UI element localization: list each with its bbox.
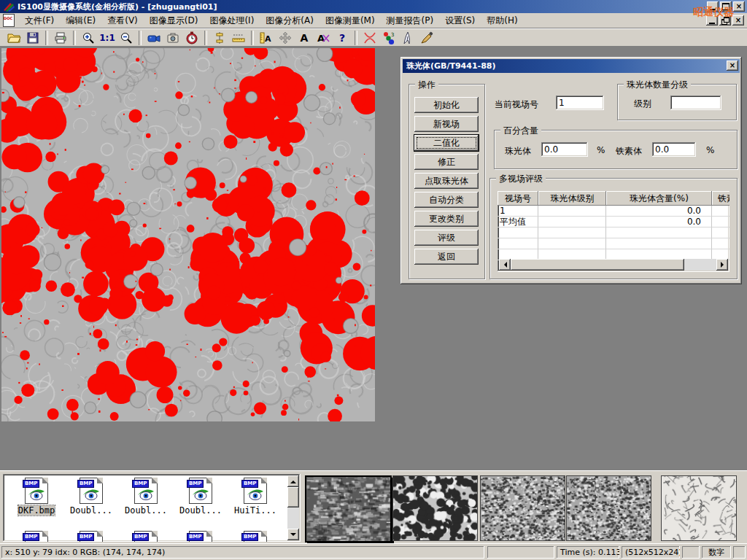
letter-a-style-icon: A (316, 31, 330, 45)
file-list-scrollbar[interactable] (287, 475, 299, 540)
col-ferrite[interactable]: 铁素体 (712, 191, 729, 206)
bmp-file-icon: BMP (134, 478, 158, 504)
dialog-title-bar[interactable]: 珠光体(GB/T9441-88) × (403, 59, 740, 73)
file-item[interactable]: BMP (120, 531, 172, 542)
menu-image-display[interactable]: 图像显示(D) (144, 13, 204, 28)
menu-view[interactable]: 查看(V) (101, 13, 144, 28)
auto-classify-button[interactable]: 自动分类 (414, 192, 479, 208)
dialog-title: 珠光体(GB/T9441-88) (406, 61, 495, 71)
scroll-down-button[interactable] (287, 529, 299, 540)
menu-image-measure[interactable]: 图像测量(M) (320, 13, 381, 28)
measure-label-button[interactable]: A (257, 30, 276, 46)
actual-size-button[interactable]: 1:1 (98, 30, 117, 46)
text-button[interactable]: A (295, 30, 314, 46)
multi-field-table[interactable]: 视场号 珠光体级别 珠光体含量(%) 铁素体 1 0.0 平均值 (498, 191, 729, 272)
col-field-number[interactable]: 视场号 (498, 191, 538, 206)
current-field-input[interactable] (556, 96, 604, 110)
toolbar-separator (139, 31, 142, 45)
file-item[interactable]: BMP HuiTi... (229, 478, 282, 516)
col-pearlite-grade[interactable]: 珠光体级别 (538, 191, 606, 206)
grade-group: 珠光体数量分级 级别 (617, 84, 737, 120)
col-pearlite-content[interactable]: 珠光体含量(%) (606, 191, 712, 206)
scroll-thumb[interactable] (511, 259, 684, 271)
change-class-button[interactable]: 更改类别 (414, 211, 479, 227)
specimen-image[interactable] (1, 48, 375, 421)
new-field-button[interactable]: 新视场 (414, 116, 479, 132)
snapshot-button[interactable] (163, 30, 182, 46)
text-style-button[interactable]: A (314, 30, 333, 46)
menu-file[interactable]: 文件(F) (19, 13, 60, 28)
menu-image-analysis[interactable]: 图像分析(A) (260, 13, 320, 28)
menu-help[interactable]: 帮助(H) (481, 13, 523, 28)
thumbnail-4[interactable] (566, 475, 651, 541)
curve-tool-button[interactable] (360, 30, 379, 46)
status-mode: 数字 (702, 546, 731, 559)
menu-image-process[interactable]: 图像处理(I) (204, 13, 260, 28)
dialog-close-button[interactable]: × (727, 61, 738, 71)
app-icon (3, 1, 15, 12)
cell-field: 平均值 (498, 217, 538, 228)
table-hscrollbar[interactable] (499, 259, 728, 271)
brush-button[interactable] (417, 30, 436, 46)
file-name[interactable]: HuiTi... (234, 505, 276, 516)
ferrite-percent-input[interactable] (652, 142, 696, 157)
timer-button[interactable] (182, 30, 201, 46)
grade-input[interactable] (670, 96, 721, 110)
horizontal-measure-button[interactable] (229, 30, 248, 46)
help-button[interactable]: ? (333, 30, 352, 46)
close-button[interactable]: × (733, 1, 745, 12)
move-button[interactable] (276, 30, 295, 46)
thumbnail-2[interactable] (392, 475, 478, 541)
zoom-out-button[interactable] (117, 30, 136, 46)
marker-points-button[interactable]: 3 (379, 30, 398, 46)
scroll-up-button[interactable] (287, 475, 299, 487)
thumbnail-1[interactable] (305, 475, 392, 542)
file-item[interactable]: BMP (65, 531, 117, 542)
pearlite-percent-input[interactable] (541, 142, 588, 157)
file-name[interactable]: Doubl... (125, 505, 167, 516)
zoom-in-button[interactable] (79, 30, 98, 46)
child-close-button[interactable]: × (732, 15, 744, 26)
return-button[interactable]: 返回 (414, 249, 479, 265)
status-empty-3 (733, 546, 746, 559)
table-row[interactable]: 1 0.0 (498, 206, 729, 217)
video-capture-button[interactable] (144, 30, 163, 46)
open-button[interactable] (4, 30, 23, 46)
vertical-measure-button[interactable] (210, 30, 229, 46)
file-item[interactable]: BMP Doubl... (174, 478, 227, 516)
thumbnail-5[interactable] (661, 475, 737, 541)
file-name[interactable]: Doubl... (179, 505, 222, 516)
file-list[interactable]: BMP DKF.bmp BMP Doubl... BMP Doubl... (3, 474, 301, 542)
workspace: 珠光体(GB/T9441-88) × 操作 初始化 新视场 二值化 修正 点取珠… (0, 47, 747, 470)
table-row-empty (498, 238, 729, 249)
file-item[interactable]: BMP Doubl... (65, 478, 117, 516)
correct-button[interactable]: 修正 (414, 154, 479, 170)
print-button[interactable] (51, 30, 70, 46)
menu-edit[interactable]: 编辑(E) (60, 13, 101, 28)
scroll-left-button[interactable] (499, 259, 511, 271)
save-button[interactable] (23, 30, 42, 46)
file-item[interactable]: BMP Doubl... (120, 478, 172, 516)
thumbnail-3[interactable] (480, 475, 565, 541)
file-item[interactable]: BMP (174, 531, 227, 542)
zoom-out-icon (119, 31, 133, 45)
file-item[interactable]: BMP (10, 531, 63, 542)
bmp-file-icon: BMP (25, 478, 48, 504)
binarize-button[interactable]: 二值化 (414, 135, 479, 151)
file-name[interactable]: Doubl... (70, 505, 112, 516)
file-item[interactable]: BMP (229, 531, 282, 542)
table-row[interactable]: 平均值 0.0 (498, 217, 729, 228)
pick-pearlite-button[interactable]: 点取珠光体 (414, 173, 479, 189)
menu-report[interactable]: 测量报告(P) (381, 13, 440, 28)
scroll-right-button[interactable] (716, 259, 728, 271)
toolbar-separator (204, 31, 207, 45)
init-button[interactable]: 初始化 (414, 97, 479, 113)
file-item[interactable]: BMP DKF.bmp (10, 478, 63, 516)
menu-settings[interactable]: 设置(S) (439, 13, 481, 28)
file-name[interactable]: DKF.bmp (18, 505, 55, 516)
grade-button[interactable]: 评级 (414, 230, 479, 246)
scroll-thumb[interactable] (287, 487, 299, 508)
document-icon[interactable]: DOC (3, 14, 15, 27)
pen-button[interactable] (398, 30, 417, 46)
bmp-file-icon: BMP (189, 478, 212, 504)
